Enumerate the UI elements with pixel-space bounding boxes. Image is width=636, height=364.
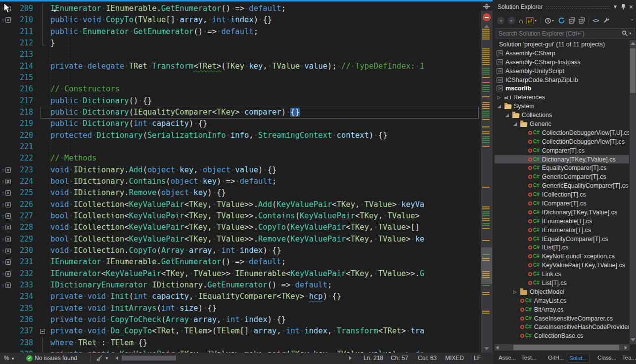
refresh-icon[interactable] xyxy=(558,17,565,24)
scroll-down-arrow-icon[interactable] xyxy=(484,347,489,350)
editor-horizontal-scrollbar[interactable] xyxy=(122,356,347,361)
code-text[interactable]: → xyxy=(49,141,481,153)
toolbar-overflow-icon[interactable]: " xyxy=(631,18,634,24)
tree-item[interactable]: C#CollectionDebuggerView[T,U].cs xyxy=(495,128,629,137)
code-line[interactable]: 213→ xyxy=(0,49,481,60)
fold-margin[interactable] xyxy=(38,199,49,210)
pin-icon[interactable] xyxy=(621,4,626,10)
tree-item[interactable]: C#IDictionary[TKey,TValue].cs xyxy=(495,208,629,217)
code-line[interactable]: 217→ → public·Dictionary()·{} xyxy=(0,95,481,107)
implements-glyph-icon[interactable] xyxy=(0,314,16,325)
pending-changes-filter-icon[interactable]: ▼ xyxy=(545,17,554,24)
view-code-icon[interactable]: <> xyxy=(592,17,599,24)
code-line[interactable]: 234→ → private·void·Init(int·capacity,·I… xyxy=(0,291,481,302)
code-cleanup-broom-icon[interactable] xyxy=(96,355,103,362)
search-icon[interactable] xyxy=(622,30,628,37)
scrollbar-thumb[interactable] xyxy=(513,345,619,350)
code-text[interactable]: → → bool·IDictionary.Contains(object·key… xyxy=(49,176,481,187)
code-text[interactable]: → → → public·Enumerator·GetEnumerator()·… xyxy=(49,26,481,38)
collapse-all-icon[interactable] xyxy=(569,17,575,24)
tree-item[interactable]: C#ArrayList.cs xyxy=(495,296,629,305)
chevron-collapsed-icon[interactable]: ▷ xyxy=(513,289,517,294)
status-line[interactable]: Ln: 218 xyxy=(363,355,383,362)
code-text[interactable]: → → //·Methods xyxy=(49,153,481,164)
code-text[interactable]: → xyxy=(49,49,481,60)
panel-tab[interactable]: Tea... xyxy=(620,354,636,362)
code-text[interactable]: → → private·void·Do_CopyTo<TRet,·TElem>(… xyxy=(49,325,481,337)
tree-item[interactable]: C#List[T].cs xyxy=(495,279,629,287)
code-text[interactable]: → → public·Dictionary(int·capacity)·{} xyxy=(49,118,481,129)
sync-with-active-document-icon[interactable] xyxy=(579,17,585,24)
tree-item[interactable]: C#Assembly-CSharp xyxy=(495,49,629,58)
code-line[interactable]: ↑I231→ → IEnumerator·IEnumerable.GetEnum… xyxy=(0,256,481,268)
fold-margin[interactable] xyxy=(38,38,49,49)
fold-margin[interactable] xyxy=(38,130,49,141)
code-line[interactable]: ↑I228→ → void·ICollection<KeyValuePair<T… xyxy=(0,222,481,233)
code-text[interactable]: → → → where·TRet·:·TElem·{} xyxy=(49,337,481,349)
implements-glyph-icon[interactable]: ↑I xyxy=(0,164,16,176)
panel-tab[interactable]: Solut... xyxy=(567,354,590,363)
implements-glyph-icon[interactable] xyxy=(0,325,16,337)
code-line[interactable]: 219→ → public·Dictionary(int·capacity)·{… xyxy=(0,118,481,129)
tree-item[interactable]: C#CollectionBase.cs xyxy=(495,331,629,340)
panel-tab[interactable]: Class... xyxy=(595,354,618,362)
fold-margin[interactable] xyxy=(38,222,49,233)
code-line[interactable]: 238→ → → where·TRet·:·TElem·{} xyxy=(0,337,481,349)
code-cleanup-caret-icon[interactable]: ▼ xyxy=(105,356,109,361)
tree-item[interactable]: C#ICollection[T].cs xyxy=(495,190,629,199)
implements-glyph-icon[interactable]: ↑I xyxy=(0,222,16,233)
code-line[interactable]: 237→ → private·void·Do_CopyTo<TRet,·TEle… xyxy=(0,325,481,337)
implements-glyph-icon[interactable] xyxy=(0,337,16,349)
code-text[interactable]: → → void·IDictionary.Remove(object·key)·… xyxy=(49,187,481,199)
code-text[interactable]: → → //·Constructors xyxy=(49,83,481,95)
fold-margin[interactable] xyxy=(38,325,49,337)
code-text[interactable]: → → private·void·InitArrays(int·size)·{} xyxy=(49,303,481,314)
home-icon[interactable]: ⌂ xyxy=(519,17,523,24)
close-icon[interactable]: × xyxy=(629,3,633,10)
code-text[interactable]: → → } xyxy=(49,38,481,49)
tree-item[interactable]: ▷References xyxy=(495,93,629,102)
panel-tab[interactable]: Test... xyxy=(519,354,539,362)
implements-glyph-icon[interactable] xyxy=(0,72,16,83)
code-line[interactable]: 211→ → → public·Enumerator·GetEnumerator… xyxy=(0,26,481,38)
implements-glyph-icon[interactable] xyxy=(0,303,16,314)
implements-glyph-icon[interactable]: ↑I xyxy=(0,176,16,187)
code-line[interactable]: 239→ → private·static·KeyValuePair<TKey,… xyxy=(0,349,481,353)
fold-margin[interactable] xyxy=(38,303,49,314)
fold-margin[interactable] xyxy=(38,210,49,222)
code-text[interactable]: → → IDictionaryEnumerator·IDictionary.Ge… xyxy=(49,280,481,291)
fold-margin[interactable] xyxy=(38,107,49,118)
hscroll-left-arrow-icon[interactable] xyxy=(116,356,118,360)
code-line[interactable]: ↑I224→ → bool·IDictionary.Contains(objec… xyxy=(0,176,481,187)
code-line[interactable]: ↑I233→ → IDictionaryEnumerator·IDictiona… xyxy=(0,280,481,291)
implements-glyph-icon[interactable] xyxy=(0,26,16,38)
code-line[interactable]: ↑I226→ → void·ICollection<KeyValuePair<T… xyxy=(0,199,481,210)
collapse-region-icon[interactable] xyxy=(40,329,45,334)
implements-glyph-icon[interactable]: ↑I xyxy=(0,199,16,210)
tree-horizontal-scrollbar[interactable] xyxy=(495,344,630,351)
fold-margin[interactable] xyxy=(38,256,49,268)
code-line[interactable]: ↑I232→ → IEnumerator<KeyValuePair<TKey,·… xyxy=(0,268,481,280)
code-text[interactable]: → → → public·void·CopyTo(TValue[]·array,… xyxy=(49,14,481,26)
tree-item[interactable]: Solution 'project-gui' (11 of 11 project… xyxy=(495,40,629,49)
implements-glyph-icon[interactable] xyxy=(0,291,16,302)
issues-status[interactable]: No issues found xyxy=(35,355,77,362)
status-line-ending[interactable]: LF xyxy=(474,355,481,362)
fold-margin[interactable] xyxy=(38,83,49,95)
tree-item[interactable]: Generic xyxy=(495,120,629,128)
status-encoding[interactable]: MIXED xyxy=(445,355,464,362)
chevron-expanded-icon[interactable] xyxy=(498,105,501,108)
implements-glyph-icon[interactable]: ↑I xyxy=(0,210,16,222)
code-text[interactable]: → → void·ICollection<KeyValuePair<TKey,·… xyxy=(49,222,481,233)
fold-margin[interactable] xyxy=(38,3,49,14)
implements-glyph-icon[interactable] xyxy=(0,95,16,107)
fold-margin[interactable] xyxy=(38,153,49,164)
scrollbar-thumb[interactable] xyxy=(630,48,636,93)
code-text[interactable]: → → private·delegate·TRet·Transform<TRet… xyxy=(49,61,481,72)
code-line[interactable]: ↑I209→ → → IEnumerator·IEnumerable.GetEn… xyxy=(0,3,481,14)
status-column[interactable]: Col: 63 xyxy=(418,355,437,362)
code-text[interactable]: → → protected·Dictionary(SerializationIn… xyxy=(49,130,481,141)
fold-margin[interactable] xyxy=(38,118,49,129)
code-line[interactable]: 215→ xyxy=(0,72,481,83)
fold-margin[interactable] xyxy=(38,268,49,280)
